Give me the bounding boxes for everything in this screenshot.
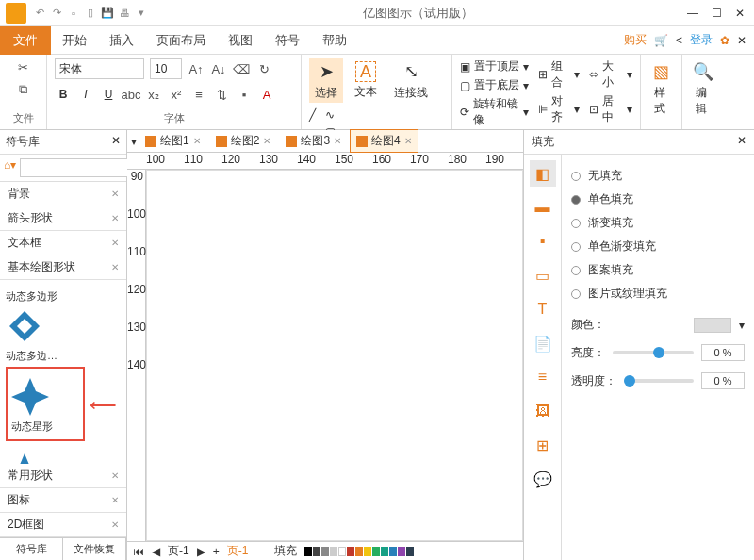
comment-tab-icon[interactable]: 💬	[530, 466, 556, 492]
highlight-icon[interactable]: ▪	[236, 86, 253, 103]
menu-symbol[interactable]: 符号	[264, 26, 311, 55]
bring-front-button[interactable]: ▣ 置于顶层▾	[460, 58, 529, 74]
sidebar-tab-symbols[interactable]: 符号库	[0, 538, 63, 560]
group-button[interactable]: ⊞ 组合▾	[538, 58, 580, 91]
font-family-select[interactable]	[55, 58, 144, 79]
shape-tab-icon[interactable]: ▭	[530, 262, 556, 288]
next-page-icon[interactable]: ▶	[197, 545, 205, 558]
connector-tool[interactable]: ⤡ 连接线	[388, 58, 434, 103]
qat-dropdown-icon[interactable]: ▾	[134, 6, 149, 21]
decrease-font-icon[interactable]: A↓	[210, 60, 227, 77]
new-icon[interactable]: ▫	[66, 6, 81, 21]
close-icon[interactable]: ✕	[735, 7, 745, 20]
print-icon[interactable]: 🖶	[117, 6, 132, 21]
buy-link[interactable]: 购买	[624, 32, 647, 48]
menu-view[interactable]: 视图	[217, 26, 264, 55]
cat-2d[interactable]: 2D框图✕	[0, 513, 126, 537]
tab-drawing2[interactable]: 绘图2✕	[209, 129, 278, 153]
menu-start[interactable]: 开始	[51, 26, 98, 55]
tabs-dropdown-icon[interactable]: ▾	[131, 135, 137, 148]
cat-arrows[interactable]: 箭头形状✕	[0, 206, 126, 231]
strike-icon[interactable]: abc	[123, 86, 139, 103]
menu-insert[interactable]: 插入	[98, 26, 145, 55]
star2-shape[interactable]	[6, 451, 43, 464]
add-page-icon[interactable]: +	[213, 545, 220, 558]
text-tool[interactable]: A 文本	[349, 59, 383, 102]
color-swatch[interactable]	[694, 318, 731, 333]
first-page-icon[interactable]: ⏮	[133, 545, 144, 558]
subscript-icon[interactable]: x₂	[145, 86, 162, 103]
line-tab-icon[interactable]: ▬	[530, 194, 556, 221]
fill-none[interactable]: 无填充	[571, 164, 745, 188]
clear-format-icon[interactable]: ⌫	[233, 60, 250, 77]
send-back-button[interactable]: ▢ 置于底层▾	[460, 77, 529, 93]
apps-icon[interactable]: ✕	[737, 34, 746, 47]
redo-icon[interactable]: ↷	[49, 6, 64, 21]
fill-solid[interactable]: 单色填充	[571, 188, 745, 211]
page-name[interactable]: 页-1	[168, 543, 189, 559]
rotate-button[interactable]: ⟳ 旋转和镜像▾	[460, 96, 529, 128]
fill-solid-gradient[interactable]: 单色渐变填充	[571, 235, 745, 258]
line-shape-icon[interactable]: ╱	[309, 108, 320, 122]
sidebar-tab-recovery[interactable]: 文件恢复	[63, 538, 126, 560]
text-tab-icon[interactable]: T	[530, 296, 556, 322]
superscript-icon[interactable]: x²	[168, 86, 185, 103]
select-tool[interactable]: ➤ 选择	[309, 58, 343, 103]
star-shape[interactable]	[11, 378, 49, 416]
copy-icon[interactable]: ⧉	[15, 81, 32, 98]
tab-drawing4[interactable]: 绘图4✕	[350, 129, 418, 153]
fill-gradient[interactable]: 渐变填充	[571, 211, 745, 235]
underline-icon[interactable]: U	[100, 86, 117, 103]
cat-background[interactable]: 背景✕	[0, 182, 126, 206]
home-icon[interactable]: ⌂▾	[4, 158, 16, 177]
menu-layout[interactable]: 页面布局	[145, 26, 217, 55]
login-link[interactable]: 登录	[690, 32, 713, 48]
layer-tab-icon[interactable]: ≡	[530, 364, 556, 390]
brightness-value[interactable]	[701, 344, 745, 361]
maximize-icon[interactable]: ☐	[712, 7, 722, 20]
fill-panel-close-icon[interactable]: ✕	[737, 134, 746, 150]
cat-common[interactable]: 常用形状✕	[0, 464, 126, 488]
file-menu[interactable]: 文件	[0, 26, 51, 55]
font-size-select[interactable]	[150, 58, 182, 79]
fill-tab-icon[interactable]: ◧	[530, 160, 556, 187]
font-color-icon[interactable]: A	[258, 86, 275, 103]
opacity-slider[interactable]	[624, 379, 694, 383]
bullets-icon[interactable]: ≡	[190, 86, 207, 103]
menu-help[interactable]: 帮助	[311, 26, 358, 55]
cat-icons[interactable]: 图标✕	[0, 488, 126, 513]
bold-icon[interactable]: B	[55, 86, 72, 103]
image-tab-icon[interactable]: 🖼	[530, 398, 556, 424]
drawing-canvas[interactable]	[146, 170, 523, 541]
italic-icon[interactable]: I	[77, 86, 94, 103]
fill-texture[interactable]: 图片或纹理填充	[571, 282, 745, 305]
save-icon[interactable]: 💾	[100, 6, 115, 21]
minimize-icon[interactable]: —	[687, 7, 698, 20]
curve-shape-icon[interactable]: ∿	[325, 108, 337, 122]
case-icon[interactable]: ↻	[255, 60, 272, 77]
page-tab-icon[interactable]: 📄	[530, 330, 556, 356]
cat-textbox[interactable]: 文本框✕	[0, 231, 126, 255]
center-button[interactable]: ⊡ 居中▾	[589, 93, 632, 125]
sheet-name[interactable]: 页-1	[227, 543, 249, 559]
style-tool[interactable]: ▧ 样式	[648, 58, 674, 119]
color-palette[interactable]	[304, 547, 414, 556]
tab-drawing3[interactable]: 绘图3✕	[279, 129, 348, 153]
cart-icon[interactable]: 🛒	[654, 34, 668, 47]
fill-pattern[interactable]: 图案填充	[571, 258, 745, 282]
cut-icon[interactable]: ✂	[15, 58, 32, 75]
opacity-value[interactable]	[701, 372, 745, 389]
cat-basic-shapes[interactable]: 基本绘图形状✕	[0, 255, 126, 280]
edit-tool[interactable]: 🔍 编辑	[690, 58, 716, 119]
size-button[interactable]: ⬄ 大小▾	[589, 58, 632, 91]
share-icon[interactable]: <	[676, 34, 682, 47]
align-button[interactable]: ⊫ 对齐▾	[538, 93, 580, 125]
increase-font-icon[interactable]: A↑	[188, 60, 205, 77]
undo-icon[interactable]: ↶	[32, 6, 47, 21]
sidebar-close-icon[interactable]: ✕	[111, 134, 121, 150]
open-icon[interactable]: ▯	[83, 6, 98, 21]
prev-page-icon[interactable]: ◀	[152, 545, 160, 558]
props-tab-icon[interactable]: ⊞	[530, 432, 556, 458]
spacing-icon[interactable]: ⇅	[213, 86, 230, 103]
brightness-slider[interactable]	[613, 351, 694, 354]
